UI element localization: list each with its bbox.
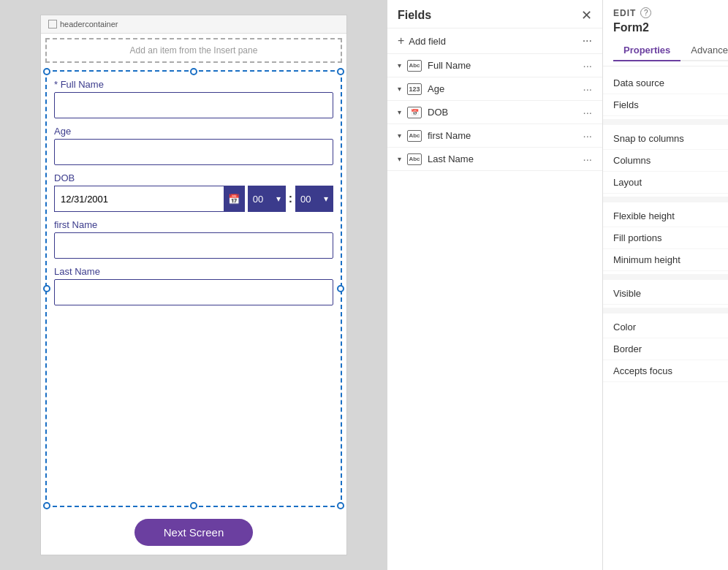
expand-icon-first-name[interactable]: ▾: [398, 132, 401, 140]
help-icon: ?: [640, 7, 651, 18]
field-item-left-first-name: ▾ Abc first Name: [398, 130, 471, 142]
props-top: EDIT ? Form2 Properties Advanced: [603, 0, 728, 66]
fields-panel-title: Fields: [398, 9, 431, 22]
input-age[interactable]: [54, 139, 333, 165]
chevron-down-icon-2: [324, 194, 328, 204]
field-name-dob: DOB: [428, 107, 448, 118]
prop-layout: Layout: [603, 172, 728, 194]
expand-icon-age[interactable]: ▾: [398, 85, 401, 93]
edit-label: EDIT: [613, 8, 636, 18]
form-name: Form2: [613, 21, 728, 34]
add-field-label: Add field: [409, 36, 446, 47]
field-more-age[interactable]: ···: [583, 83, 592, 95]
handle-tm: [190, 68, 197, 75]
prop-divider-2: [603, 197, 728, 202]
prop-fields: Fields: [603, 94, 728, 116]
time-separator: :: [289, 192, 292, 205]
label-first-name: first Name: [54, 219, 333, 230]
tab-advanced[interactable]: Advanced: [680, 40, 728, 61]
dob-min-value: 00: [300, 194, 311, 205]
expand-icon-full-name[interactable]: ▾: [398, 61, 401, 69]
prop-border: Border: [603, 338, 728, 360]
properties-panel: EDIT ? Form2 Properties Advanced Data so…: [603, 0, 728, 570]
add-field-button[interactable]: + Add field: [398, 34, 446, 48]
add-field-row: + Add field ···: [387, 28, 602, 54]
calendar-button[interactable]: 📅: [224, 186, 244, 211]
insert-hint-text: Add an item from the Insert pane: [130, 45, 258, 56]
field-more-last-name[interactable]: ···: [583, 153, 592, 165]
next-screen-button[interactable]: Next Screen: [134, 519, 254, 546]
field-item-first-name[interactable]: ▾ Abc first Name ···: [387, 124, 602, 148]
field-name-last-name: Last Name: [428, 153, 474, 164]
handle-bl: [43, 502, 50, 509]
field-item-dob[interactable]: ▾ 📅 DOB ···: [387, 101, 602, 124]
handle-bm: [190, 502, 197, 509]
header-icon: [48, 20, 57, 28]
handle-tr: [337, 68, 344, 75]
prop-minimum-height: Minimum height: [603, 249, 728, 271]
type-icon-dob: 📅: [407, 107, 422, 118]
expand-icon-last-name[interactable]: ▾: [398, 155, 401, 163]
field-name-first-name: first Name: [428, 130, 471, 141]
dob-min-select[interactable]: 00: [295, 186, 333, 212]
prop-divider-4: [603, 308, 728, 314]
next-btn-area: Next Screen: [41, 510, 346, 555]
insert-hint-area: Add an item from the Insert pane: [45, 38, 342, 63]
field-age: Age: [54, 126, 333, 165]
prop-color: Color: [603, 316, 728, 338]
field-first-name: first Name: [54, 219, 333, 259]
type-icon-last-name: Abc: [407, 153, 422, 165]
expand-icon-dob[interactable]: ▾: [398, 108, 401, 116]
prop-snap-to-columns: Snap to columns: [603, 128, 728, 150]
field-item-left-age: ▾ 123 Age: [398, 83, 444, 95]
plus-icon: +: [398, 34, 404, 48]
selection-container[interactable]: Full Name Age DOB 12/31/2001 📅: [45, 70, 342, 507]
dob-date-input[interactable]: 12/31/2001 📅: [54, 186, 245, 212]
field-item-left-full-name: ▾ Abc Full Name: [398, 60, 471, 72]
field-more-dob[interactable]: ···: [583, 106, 592, 118]
field-item-left-last-name: ▾ Abc Last Name: [398, 153, 474, 165]
chevron-down-icon: [276, 194, 281, 204]
dob-hour-value: 00: [253, 194, 263, 205]
field-more-first-name[interactable]: ···: [583, 129, 592, 142]
prop-data-source: Data source: [603, 72, 728, 94]
tab-properties[interactable]: Properties: [613, 40, 680, 61]
prop-flexible-height: Flexible height: [603, 205, 728, 227]
prop-divider-3: [603, 274, 728, 280]
dob-hour-select[interactable]: 00: [248, 186, 286, 212]
calendar-icon: 📅: [228, 194, 240, 205]
fields-panel-header: Fields ✕: [387, 0, 602, 28]
label-age: Age: [54, 126, 333, 137]
label-dob: DOB: [54, 172, 333, 183]
prop-fill-portions: Fill portions: [603, 227, 728, 249]
type-icon-first-name: Abc: [407, 130, 422, 142]
canvas-area: headercontainer Add an item from the Ins…: [0, 0, 387, 570]
label-full-name: Full Name: [54, 79, 333, 90]
field-name-age: Age: [428, 83, 444, 94]
properties-list: Data source Fields Snap to columns Colum…: [603, 66, 728, 388]
handle-tl: [43, 68, 50, 75]
handle-br: [337, 502, 344, 509]
handle-mr: [337, 285, 344, 292]
fields-panel-close[interactable]: ✕: [581, 9, 592, 22]
header-container-label: headercontainer: [60, 20, 118, 28]
input-last-name[interactable]: [54, 279, 333, 305]
field-item-last-name[interactable]: ▾ Abc Last Name ···: [387, 148, 602, 171]
field-more-full-name[interactable]: ···: [583, 59, 592, 72]
type-icon-age: 123: [407, 83, 422, 95]
label-last-name: Last Name: [54, 266, 333, 277]
input-first-name[interactable]: [54, 232, 333, 259]
prop-visible: Visible: [603, 283, 728, 305]
dob-row: 12/31/2001 📅 00 : 00: [54, 186, 333, 212]
input-full-name[interactable]: [54, 92, 333, 118]
field-item-age[interactable]: ▾ 123 Age ···: [387, 77, 602, 101]
prop-accepts-focus: Accepts focus: [603, 360, 728, 382]
fields-panel: Fields ✕ + Add field ··· ▾ Abc Full Name…: [387, 0, 603, 570]
type-icon-full-name: Abc: [407, 60, 422, 72]
add-field-more[interactable]: ···: [583, 34, 592, 48]
field-name-full-name: Full Name: [428, 60, 471, 71]
field-item-full-name[interactable]: ▾ Abc Full Name ···: [387, 54, 602, 77]
tabs-row: Properties Advanced: [613, 40, 728, 61]
prop-columns: Columns: [603, 150, 728, 172]
field-item-left-dob: ▾ 📅 DOB: [398, 107, 448, 118]
